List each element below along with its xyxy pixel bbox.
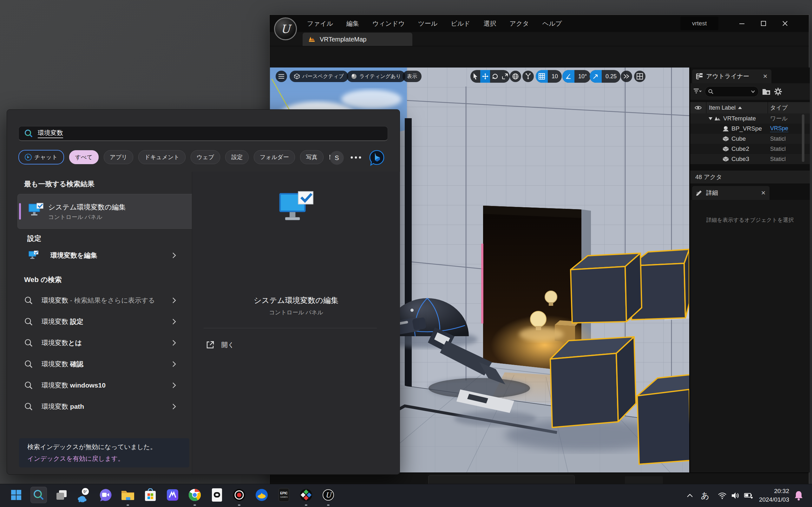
- rotation-snap-control[interactable]: 10°: [562, 70, 591, 83]
- web-suggestion-row[interactable]: 環境変数 windows10: [17, 377, 192, 394]
- menu-help[interactable]: ヘルプ: [542, 19, 562, 28]
- filter-settings[interactable]: 設定: [225, 150, 249, 164]
- wifi-status-button[interactable]: [715, 489, 729, 503]
- outliner-tab[interactable]: アウトライナー ✕: [692, 69, 771, 83]
- preview-subtitle: コントロール パネル: [192, 308, 400, 316]
- chat-app-button[interactable]: [97, 487, 114, 503]
- menu-tools[interactable]: ツール: [418, 19, 438, 28]
- titlebar[interactable]: ファイル 編集 ウィンドウ ツール ビルド 選択 アクタ ヘルプ vrtest: [270, 15, 809, 32]
- filter-photos[interactable]: 写真: [300, 150, 323, 164]
- filter-label: アプリ: [110, 153, 127, 161]
- lighting-dropdown[interactable]: ライティングあり: [347, 71, 405, 82]
- tray-hidden-icons-button[interactable]: [683, 489, 697, 503]
- open-action[interactable]: 開く: [204, 338, 237, 351]
- web-suggestion-row[interactable]: 環境変数 確認: [17, 355, 192, 373]
- menu-window[interactable]: ウィンドウ: [372, 19, 405, 28]
- search-input[interactable]: 環境変数: [18, 126, 388, 141]
- unreal-engine-icon: U: [322, 488, 335, 502]
- recorder-app-button[interactable]: [231, 487, 247, 503]
- outliner-settings-gear-icon[interactable]: [774, 88, 782, 96]
- filter-chat[interactable]: チャット: [18, 150, 64, 164]
- perspective-dropdown[interactable]: パースペクティブ: [290, 71, 348, 82]
- taskbar-clock[interactable]: 20:32 2024/01/03: [759, 487, 789, 504]
- move-icon: [482, 73, 489, 79]
- battery-status-button[interactable]: [742, 489, 756, 503]
- running-indicator: [305, 504, 307, 506]
- menu-select[interactable]: 選択: [484, 19, 496, 28]
- file-explorer-button[interactable]: [119, 487, 136, 503]
- details-close-icon[interactable]: ✕: [761, 189, 766, 196]
- outliner-row-cube2[interactable]: Cube2 Staticl: [690, 144, 810, 154]
- menu-build[interactable]: ビルド: [451, 19, 470, 28]
- filter-all[interactable]: すべて: [69, 150, 99, 164]
- task-view-button[interactable]: [53, 487, 70, 503]
- rotate-tool-button[interactable]: [490, 70, 500, 83]
- maximize-button[interactable]: [755, 15, 772, 32]
- m-app-button[interactable]: [164, 487, 181, 503]
- camera-speed-button[interactable]: [621, 71, 632, 82]
- details-tab[interactable]: 詳細 ✕: [692, 186, 769, 200]
- sidequest-app-button[interactable]: [253, 487, 270, 503]
- minimize-button[interactable]: [734, 15, 750, 32]
- chevron-up-icon: [687, 494, 693, 498]
- row-type-link[interactable]: VRSpe: [770, 125, 788, 132]
- outliner-close-icon[interactable]: ✕: [763, 73, 768, 80]
- outliner-row-vrtemplate[interactable]: VRTemplate ワール: [690, 113, 810, 124]
- settings-result-edit-env-vars[interactable]: 環境変数を編集: [17, 246, 192, 264]
- taskbar-search-button[interactable]: [31, 487, 47, 503]
- chrome-button[interactable]: [187, 487, 203, 503]
- outliner-search-input[interactable]: [705, 86, 759, 97]
- asset-tabbar: VRTemplateMap: [270, 32, 809, 46]
- epic-games-button[interactable]: EPIC GAMES: [275, 487, 292, 503]
- filter-apps[interactable]: アプリ: [104, 150, 133, 164]
- filter-web[interactable]: ウェブ: [191, 150, 220, 164]
- more-options-button[interactable]: [350, 156, 362, 159]
- move-tool-button[interactable]: [480, 70, 490, 83]
- ime-mode-button[interactable]: あ: [698, 489, 712, 503]
- outliner-scrollbar[interactable]: [802, 114, 804, 162]
- close-button[interactable]: [777, 15, 793, 32]
- web-suggestion-row[interactable]: 環境変数とは: [17, 334, 192, 352]
- filter-icon[interactable]: [693, 88, 702, 95]
- grid-snap-control[interactable]: 10: [536, 70, 562, 83]
- volume-status-button[interactable]: [728, 489, 743, 503]
- web-suggestion-row[interactable]: 環境変数 - 検索結果をさらに表示する: [17, 291, 192, 309]
- viewport-options-button[interactable]: [275, 71, 287, 82]
- new-folder-icon[interactable]: [762, 88, 771, 95]
- item-label-column-header[interactable]: Item Label: [709, 105, 735, 111]
- outliner-row-cube[interactable]: Cube Staticl: [690, 134, 810, 144]
- filter-folders[interactable]: フォルダー: [254, 150, 295, 164]
- scale-snap-icon: [590, 70, 602, 83]
- outliner-row-bp-vrspectator[interactable]: BP_VRSpe VRSpe: [690, 124, 810, 134]
- row-type: Staticl: [770, 156, 786, 163]
- web-suggestion-row[interactable]: 環境変数 設定: [17, 313, 192, 331]
- show-dropdown[interactable]: 表示: [403, 71, 421, 82]
- unreal-engine-button[interactable]: U: [320, 487, 337, 503]
- quad-view-button[interactable]: [634, 71, 646, 82]
- oculus-app-button[interactable]: [209, 487, 225, 503]
- microsoft-store-button[interactable]: [142, 487, 159, 503]
- preview-divider: [204, 328, 377, 328]
- world-space-button[interactable]: [510, 71, 521, 82]
- web-suggestion-row[interactable]: 環境変数 path: [17, 398, 192, 415]
- double-chevron-icon: [623, 74, 629, 79]
- menu-file[interactable]: ファイル: [307, 19, 333, 28]
- outliner-row-cube3[interactable]: Cube3 Staticl: [690, 154, 810, 164]
- notifications-bell-button[interactable]: [792, 489, 806, 503]
- weather-widget-button[interactable]: 9°: [75, 487, 92, 503]
- notice-link[interactable]: インデックスを有効に戻します。: [27, 454, 181, 463]
- account-avatar[interactable]: S: [330, 151, 344, 165]
- start-button[interactable]: [8, 487, 24, 503]
- bing-button[interactable]: [368, 150, 385, 166]
- surface-snapping-button[interactable]: [522, 71, 534, 82]
- expand-caret-icon[interactable]: [709, 117, 712, 120]
- menu-edit[interactable]: 編集: [346, 19, 359, 28]
- filter-documents[interactable]: ドキュメント: [138, 150, 186, 164]
- dev-hub-button[interactable]: [298, 487, 314, 503]
- type-column-header[interactable]: タイプ: [770, 104, 788, 112]
- tab-level-vrtemplatemap[interactable]: VRTemplateMap: [303, 33, 412, 46]
- bing-chat-icon: [25, 154, 32, 161]
- visibility-column-header[interactable]: [690, 106, 706, 110]
- menu-actor[interactable]: アクタ: [510, 19, 529, 28]
- scale-snap-control[interactable]: 0.25: [590, 70, 620, 83]
